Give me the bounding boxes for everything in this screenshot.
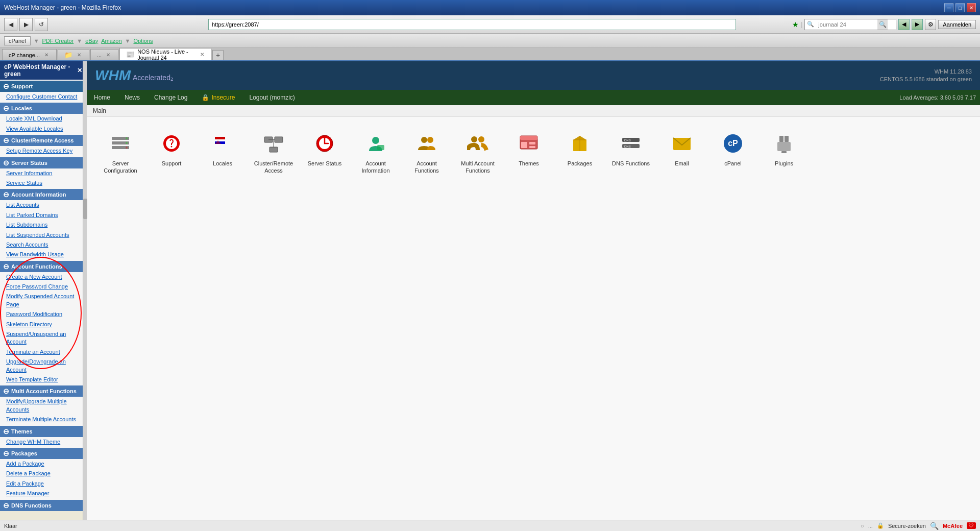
sidebar-skeleton-directory[interactable]: Skeleton Directory: [0, 320, 86, 329]
sidebar-view-bandwidth-usage[interactable]: View Bandwidth Usage: [0, 250, 86, 259]
sidebar-list-parked-domains[interactable]: List Parked Domains: [0, 210, 86, 220]
reload-button[interactable]: ↺: [35, 18, 48, 31]
sidebar-search-accounts[interactable]: Search Accounts: [0, 240, 86, 250]
sidebar-list-accounts[interactable]: List Accounts: [0, 200, 86, 210]
nav-changelog[interactable]: Change Log: [151, 92, 190, 103]
sidebar-server-information[interactable]: Server Information: [0, 168, 86, 178]
svg-text:DNS: DNS: [624, 145, 631, 148]
icon-item-email[interactable]: Email: [662, 130, 702, 175]
sidebar-suspend-unsuspend[interactable]: Suspend/Unsuspend an Account: [0, 329, 86, 347]
tab-3-close[interactable]: ✕: [105, 52, 112, 59]
sidebar-locale-xml-download[interactable]: Locale XML Download: [0, 114, 86, 124]
address-bar[interactable]: [208, 19, 736, 30]
tab-2-close[interactable]: ✕: [76, 52, 83, 59]
sidebar-create-new-account[interactable]: Create a New Account: [0, 272, 86, 282]
new-tab-button[interactable]: +: [212, 50, 224, 60]
tab-4-close[interactable]: ✕: [200, 51, 205, 58]
bookmark-amazon[interactable]: Amazon: [101, 38, 121, 44]
close-button[interactable]: ✕: [967, 3, 976, 12]
tab-2[interactable]: 📁 ✕: [58, 49, 89, 60]
icon-item-cluster-remote-access[interactable]: Cluster/Remote Access: [253, 130, 294, 175]
tab-3[interactable]: ... ✕: [90, 49, 118, 60]
icon-item-cpanel[interactable]: cPcPanel: [713, 130, 753, 175]
nav-fwd-green[interactable]: ▶: [912, 19, 923, 30]
sidebar-web-template-editor[interactable]: Web Template Editor: [0, 375, 86, 384]
sidebar-section-multi-account[interactable]: ⊖ Multi Account Functions: [0, 385, 86, 397]
sidebar-edit-package[interactable]: Edit a Package: [0, 479, 86, 489]
search-submit[interactable]: 🔍: [877, 19, 888, 30]
maximize-button[interactable]: □: [955, 3, 965, 12]
nav-home[interactable]: Home: [91, 92, 113, 103]
icon-item-themes[interactable]: Themes: [508, 130, 549, 175]
whm-logo-text: WHM: [95, 67, 131, 84]
search-input[interactable]: [816, 21, 877, 28]
bookmark-cpanel[interactable]: cPanel: [4, 36, 31, 45]
tab-3-label: ...: [97, 52, 102, 58]
sidebar-close-btn[interactable]: ✕: [77, 67, 82, 74]
icon-item-server-configuration[interactable]: Server Configuration: [100, 130, 141, 175]
icon-item-account-information[interactable]: Account Information: [355, 130, 396, 175]
icon-item-server-status[interactable]: Server Status: [304, 130, 345, 175]
status-bar: Klaar ○ ... 🔒 Secure-zoeken 🔍 McAfee 🛡: [0, 520, 980, 531]
bookmark-star[interactable]: ★: [792, 20, 799, 29]
icon-item-multi-account-functions[interactable]: Multi Account Functions: [457, 130, 498, 175]
sidebar-list-suspended-accounts[interactable]: List Suspended Accounts: [0, 230, 86, 240]
nav-news[interactable]: News: [121, 92, 143, 103]
sidebar-section-server-status[interactable]: ⊖ Server Status: [0, 157, 86, 168]
settings-button[interactable]: ⚙: [925, 19, 936, 30]
sidebar-section-account-functions[interactable]: ⊖ Account Functions: [0, 261, 86, 272]
sidebar-upgrade-downgrade[interactable]: Upgrade/Downgrade an Account: [0, 357, 86, 375]
sidebar-password-modification[interactable]: Password Modification: [0, 309, 86, 319]
sidebar-list-subdomains[interactable]: List Subdomains: [0, 220, 86, 230]
sidebar-change-whm-theme[interactable]: Change WHM Theme: [0, 437, 86, 447]
aanmelden-button[interactable]: Aanmelden: [938, 20, 976, 29]
forward-button[interactable]: ▶: [19, 18, 33, 31]
nav-insecure[interactable]: 🔒 Insecure: [199, 92, 238, 103]
sidebar-modify-suspended-account-page[interactable]: Modify Suspended Account Page: [0, 292, 86, 309]
sidebar-force-password-change[interactable]: Force Password Change: [0, 282, 86, 292]
sidebar-terminate-multiple[interactable]: Terminate Multiple Accounts: [0, 415, 86, 424]
sidebar-section-themes[interactable]: ⊖ Themes: [0, 426, 86, 437]
sidebar-modify-upgrade-multiple[interactable]: Modify/Upgrade Multiple Accounts: [0, 397, 86, 415]
bookmark-ebay[interactable]: eBay: [85, 38, 98, 44]
tab-4-active[interactable]: 📰 NOS Nieuws - Live - Journaal 24 ✕: [119, 48, 211, 60]
tab-1-close[interactable]: ✕: [43, 52, 50, 59]
icon-item-dns-functions[interactable]: DNSDNSDNS Functions: [610, 130, 651, 175]
sidebar-scrollbar-thumb[interactable]: [83, 199, 87, 219]
icon-item-plugins[interactable]: Plugins: [764, 130, 804, 175]
sidebar-add-package[interactable]: Add a Package: [0, 459, 86, 469]
icon-label-packages: Packages: [568, 160, 592, 167]
sidebar-section-locales[interactable]: ⊖ Locales: [0, 103, 86, 114]
sidebar-feature-manager[interactable]: Feature Manager: [0, 489, 86, 498]
svg-rect-28: [520, 136, 537, 140]
icon-item-packages[interactable]: Packages: [559, 130, 600, 175]
sidebar-section-support[interactable]: ⊖ Support: [0, 81, 86, 92]
bookmark-options[interactable]: Options: [134, 38, 153, 44]
sidebar-section-packages[interactable]: ⊖ Packages: [0, 448, 86, 459]
bookmark-pdfcreator[interactable]: PDF Creator: [42, 38, 74, 44]
icon-label-email: Email: [675, 160, 689, 167]
icon-box-multi-account-functions: [464, 130, 491, 157]
back-button[interactable]: ◀: [4, 18, 17, 31]
sidebar-service-status[interactable]: Service Status: [0, 178, 86, 188]
sidebar-view-available-locales[interactable]: View Available Locales: [0, 124, 86, 134]
whm-logo-accelerated: Accelerated₂: [133, 74, 174, 82]
sidebar-delete-package[interactable]: Delete a Package: [0, 469, 86, 478]
icon-item-account-functions[interactable]: Account Functions: [406, 130, 447, 175]
icon-item-support[interactable]: Support: [151, 130, 192, 175]
sidebar-section-cluster[interactable]: ⊖ Cluster/Remote Access: [0, 135, 86, 146]
titlebar-text: WebHost Manager - green - Mozilla Firefo…: [4, 4, 944, 11]
sidebar-setup-remote-access-key[interactable]: Setup Remote Access Key: [0, 146, 86, 156]
nav-back-green[interactable]: ◀: [898, 19, 910, 30]
sidebar-section-account-info[interactable]: ⊖ Account Information: [0, 189, 86, 200]
nav-logout[interactable]: Logout (momzic): [246, 92, 298, 103]
sidebar-section-dns[interactable]: ⊖ DNS Functions: [0, 500, 86, 511]
sidebar-terminate-account[interactable]: Terminate an Account: [0, 347, 86, 357]
tab-1[interactable]: cP change... ✕: [2, 49, 57, 60]
sidebar-scrollbar[interactable]: [83, 61, 87, 520]
minimize-button[interactable]: ─: [944, 3, 953, 12]
sidebar-configure-customer-contact[interactable]: Configure Customer Contact: [0, 92, 86, 102]
cluster-icon: ⊖: [3, 136, 9, 144]
icon-item-locales[interactable]: Locales: [202, 130, 243, 175]
svg-rect-15: [275, 137, 283, 142]
